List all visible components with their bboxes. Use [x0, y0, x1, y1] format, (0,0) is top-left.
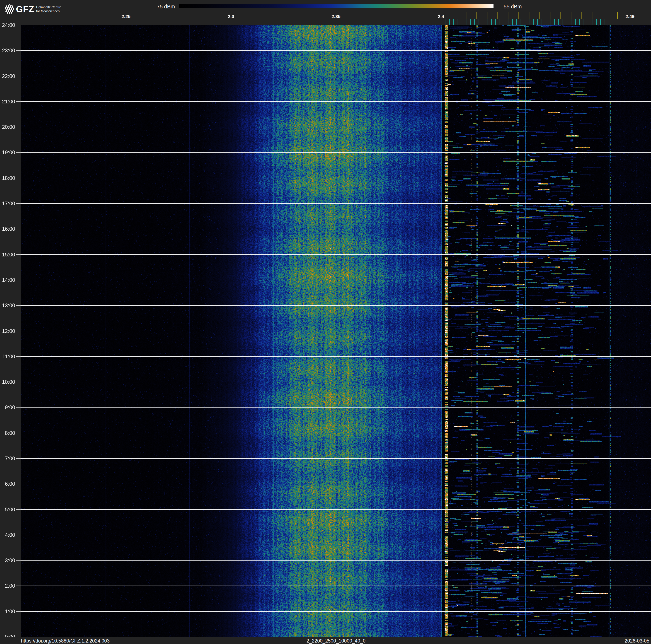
freq-minor-tick	[168, 19, 168, 25]
freq-minor-tick	[378, 19, 378, 25]
wifi-channel-tick	[550, 12, 550, 19]
bluetooth-channel-tick	[478, 19, 479, 25]
freq-minor-tick	[273, 19, 273, 25]
hour-tick	[17, 331, 21, 331]
hour-gridline	[21, 331, 651, 331]
wifi-channel-tick	[487, 12, 488, 19]
freq-minor-tick	[105, 19, 105, 25]
hour-label: 23:00	[0, 48, 15, 54]
hour-label: 1:00	[0, 609, 15, 615]
bluetooth-channel-tick	[604, 19, 605, 25]
bluetooth-channel-tick	[592, 19, 592, 25]
hour-tick	[17, 203, 21, 204]
freq-tick-label: 2.49	[626, 14, 634, 19]
bluetooth-channel-tick	[454, 19, 454, 25]
bluetooth-channel-tick	[474, 19, 475, 25]
bluetooth-channel-tick	[541, 19, 542, 25]
hour-gridline	[21, 152, 651, 153]
hour-gridline	[21, 203, 651, 204]
hour-label: 8:00	[0, 430, 15, 436]
freq-minor-tick	[399, 19, 399, 25]
bluetooth-channel-tick	[596, 19, 597, 25]
bluetooth-channel-tick	[546, 19, 546, 25]
hour-gridline	[21, 76, 651, 76]
hour-tick	[17, 76, 21, 76]
hour-label: 19:00	[0, 149, 15, 155]
freq-minor-tick	[42, 19, 42, 25]
bluetooth-channel-tick	[533, 19, 534, 25]
bluetooth-channel-tick	[466, 19, 466, 25]
hour-label: 15:00	[0, 252, 15, 258]
hour-tick	[17, 407, 21, 408]
hour-gridline	[21, 586, 651, 586]
freq-tick-label: 2.35	[332, 14, 341, 19]
wifi-channel-tick	[497, 12, 498, 19]
spectrogram-page: GFZ Helmholtz Centre for Geosciences -75…	[0, 0, 651, 644]
hour-label: 17:00	[0, 201, 15, 207]
hour-gridline	[21, 560, 651, 561]
bluetooth-channel-tick	[449, 19, 450, 25]
hour-gridline	[21, 127, 651, 127]
wifi-channel-tick	[560, 12, 561, 19]
hour-tick	[17, 433, 21, 433]
hour-tick	[17, 152, 21, 153]
hour-gridline	[21, 611, 651, 612]
bluetooth-channel-tick	[495, 19, 496, 25]
hour-label: 21:00	[0, 98, 15, 105]
freq-minor-tick	[147, 19, 147, 25]
bluetooth-channel-tick	[609, 19, 609, 25]
hour-gridline	[21, 101, 651, 102]
hour-label: 16:00	[0, 226, 15, 232]
hour-gridline	[21, 433, 651, 433]
bluetooth-channel-tick	[487, 19, 488, 25]
freq-minor-tick	[315, 19, 315, 25]
hour-gridline	[21, 484, 651, 484]
hour-tick	[17, 127, 21, 127]
bluetooth-channel-tick	[508, 19, 508, 25]
hour-gridline	[21, 305, 651, 305]
colorbar-min-label: -75 dBm	[0, 4, 175, 10]
hour-tick	[17, 229, 21, 229]
hour-label: 12:00	[0, 328, 15, 334]
bluetooth-channel-tick	[512, 19, 513, 25]
bluetooth-channel-tick	[517, 19, 517, 25]
freq-minor-tick	[210, 19, 210, 25]
freq-minor-tick	[63, 19, 63, 25]
hour-tick	[17, 484, 21, 484]
bluetooth-channel-tick	[571, 19, 571, 25]
hour-label: 9:00	[0, 404, 15, 410]
hour-gridline	[21, 254, 651, 255]
bluetooth-channel-tick	[558, 19, 559, 25]
bluetooth-channel-tick	[529, 19, 529, 25]
wifi-channel-tick	[617, 12, 618, 19]
freq-minor-tick	[420, 19, 420, 25]
hour-label: 22:00	[0, 73, 15, 79]
hour-gridline	[21, 637, 651, 637]
hour-tick	[17, 458, 21, 459]
hour-gridline	[21, 229, 651, 229]
hour-label: 2:00	[0, 583, 15, 589]
wifi-channel-tick	[466, 12, 466, 19]
hour-label: 11:00	[0, 354, 15, 360]
hour-label: 24:00	[0, 22, 15, 28]
bluetooth-channel-tick	[521, 19, 521, 25]
freq-tick-label: 2.3	[228, 14, 235, 19]
hour-label: 3:00	[0, 557, 15, 563]
hour-gridline	[21, 50, 651, 51]
colorbar-max-label: -55 dBm	[502, 4, 522, 10]
hour-tick	[17, 586, 21, 586]
hour-gridline	[21, 25, 651, 25]
bluetooth-channel-tick	[588, 19, 588, 25]
hour-gridline	[21, 382, 651, 382]
hour-tick	[17, 101, 21, 102]
bluetooth-channel-tick	[537, 19, 538, 25]
hour-gridline	[21, 458, 651, 459]
hour-gridline	[21, 407, 651, 408]
wifi-channel-tick	[476, 12, 477, 19]
hour-tick	[17, 178, 21, 178]
hour-tick	[17, 254, 21, 255]
hour-tick	[17, 535, 21, 535]
hour-gridline	[21, 280, 651, 280]
hour-label: 6:00	[0, 481, 15, 487]
freq-minor-tick	[21, 19, 21, 25]
